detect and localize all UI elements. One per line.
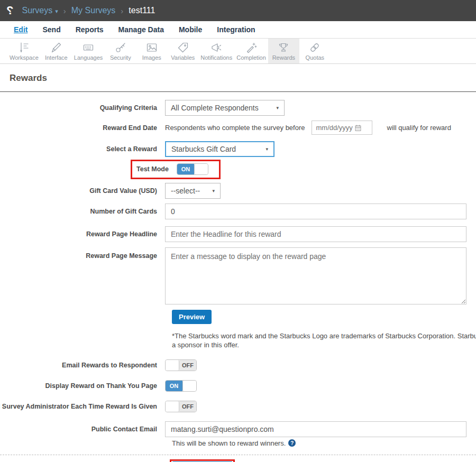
tag-icon [177,41,189,54]
gift-card-value-label: Gift Card Value (USD) [89,187,157,195]
tab-send[interactable]: Send [35,25,68,34]
end-date-after-text: will qualify for reward [387,124,451,132]
chain-links-icon [308,41,321,54]
main-nav: Edit Send Reports Manage Data Mobile Int… [0,21,476,39]
qualifying-criteria-label: Qualifying Criteria [100,104,157,112]
questionpro-logo[interactable]: ? [6,4,13,17]
test-mode-annotation-box: Test Mode ON [131,160,221,179]
public-contact-email-input[interactable] [165,421,466,437]
public-email-helper-text: This will be shown to reward winners. [172,439,286,447]
toolbar-item-quotas[interactable]: Quotas [299,39,331,63]
breadcrumb-separator: › [63,6,66,15]
toolbar-item-images[interactable]: Images [136,39,167,63]
select-reward-label: Select a Reward [106,145,157,153]
breadcrumb-my-surveys[interactable]: My Surveys [71,6,116,15]
help-icon[interactable]: ? [288,439,296,447]
toolbar-item-workspace[interactable]: Workspace [7,39,41,63]
toolbar-item-notifications[interactable]: Notifications [198,39,234,63]
breadcrumb-survey-name: test111 [129,6,155,15]
workspace-icon [17,41,30,54]
settings-toolbar: Workspace Interface Languages Security I… [0,39,476,64]
email-rewards-toggle[interactable]: OFF [165,359,197,371]
reward-page-headline-label: Reward Page Headline [86,230,157,238]
display-reward-label: Display Reward on Thank You Page [45,382,157,390]
test-mode-label: Test Mode [136,165,169,173]
toolbar-item-languages[interactable]: Languages [72,39,105,63]
tab-mobile[interactable]: Mobile [171,25,209,34]
toggle-knob [194,164,208,174]
caret-down-icon: ▾ [212,188,215,193]
breadcrumb-separator: › [121,6,123,15]
toggle-knob [182,381,196,391]
magic-wand-icon [245,41,258,54]
chevron-down-icon: ▾ [55,8,58,14]
tab-integration[interactable]: Integration [209,25,262,34]
reward-end-date-label: Reward End Date [103,124,157,132]
tab-reports[interactable]: Reports [68,25,111,34]
toolbar-item-interface[interactable]: Interface [41,39,72,63]
megaphone-icon [210,41,223,54]
page-title: Rewards [0,64,476,91]
trophy-icon [277,41,290,54]
caret-down-icon: ▾ [266,146,268,152]
select-reward-select[interactable]: Starbucks Gift Card ▾ [165,141,274,157]
image-icon [145,41,158,54]
toolbar-item-security[interactable]: Security [105,39,136,63]
gift-card-value-select[interactable]: --select-- ▾ [165,183,221,199]
calendar-icon[interactable] [354,124,362,132]
toolbar-item-variables[interactable]: Variables [167,39,198,63]
number-of-gift-cards-input[interactable] [165,204,466,219]
reward-page-headline-input[interactable] [165,226,466,242]
email-admin-label: Email Survey Administrator Each Time Rew… [0,403,157,410]
key-icon [114,41,127,54]
dashed-divider [0,455,476,455]
toggle-knob [166,360,179,371]
rewards-form: Qualifying Criteria All Complete Respond… [0,92,476,462]
qualifying-criteria-select[interactable]: All Complete Respondents ▾ [165,100,285,116]
breadcrumb-surveys-menu[interactable]: Surveys▾ [22,6,58,15]
test-mode-toggle[interactable]: ON [177,163,208,175]
caret-down-icon: ▾ [276,105,279,110]
number-of-gift-cards-label: Number of Gift Cards [90,208,157,215]
reward-page-message-label: Reward Page Message [86,252,157,260]
email-rewards-label: Email Rewards to Respondent [62,362,157,369]
email-admin-toggle[interactable]: OFF [165,401,197,412]
reward-end-date-field [312,121,372,135]
end-date-before-text: Respondents who complete the survey befo… [165,124,305,132]
tab-manage-data[interactable]: Manage Data [111,25,171,34]
public-contact-email-label: Public Contact Email [91,426,157,433]
toolbar-item-completion[interactable]: Completion [234,39,268,63]
reward-end-date-input[interactable] [316,124,354,132]
toggle-knob [166,401,179,412]
starbucks-disclaimer: *The Starbucks word mark and the Starbuc… [172,332,476,350]
display-reward-toggle[interactable]: ON [165,380,197,392]
toolbar-item-rewards[interactable]: Rewards [268,39,299,63]
top-bar: ? Surveys▾ › My Surveys › test111 [0,0,476,21]
preview-button[interactable]: Preview [172,310,212,324]
pen-icon [50,41,62,54]
tab-edit[interactable]: Edit [6,25,35,34]
reward-page-message-textarea[interactable] [165,247,466,304]
save-annotation-box: Save Changes [170,459,235,462]
keyboard-icon [82,41,95,54]
